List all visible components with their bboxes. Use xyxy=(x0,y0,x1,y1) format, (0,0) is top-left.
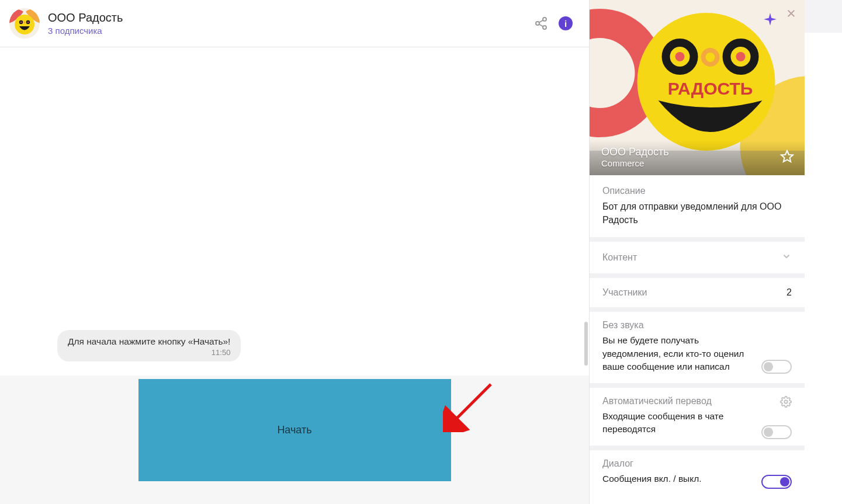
mute-toggle[interactable] xyxy=(761,360,792,374)
svg-point-10 xyxy=(543,26,546,29)
svg-point-2 xyxy=(15,15,34,34)
chat-title: ООО Радость xyxy=(48,11,526,25)
svg-point-7 xyxy=(23,22,25,23)
sparkle-icon xyxy=(763,12,778,29)
svg-point-8 xyxy=(543,18,546,21)
description-label: Описание xyxy=(602,186,792,196)
header-actions: i xyxy=(534,16,573,30)
message-time: 11:50 xyxy=(68,348,230,357)
section-mute: Без звука Вы не будете получать уведомле… xyxy=(590,312,805,387)
section-content[interactable]: Контент xyxy=(590,242,805,278)
section-translate: Автоматический перевод Входящие сообщени… xyxy=(590,388,805,450)
participants-label: Участники xyxy=(602,287,647,298)
info-icon[interactable]: i xyxy=(559,16,573,30)
svg-point-5 xyxy=(20,22,22,23)
dialog-toggle[interactable] xyxy=(761,475,792,489)
mute-label: Без звука xyxy=(602,320,792,331)
description-text: Бот для отправки уведомлений для ООО Рад… xyxy=(602,200,792,227)
avatar[interactable] xyxy=(9,8,40,39)
message-text: Для начала нажмите кнопку «Начать»! xyxy=(68,336,230,347)
translate-label: Автоматический перевод xyxy=(602,396,712,406)
close-icon[interactable] xyxy=(786,8,796,19)
bot-message: Для начала нажмите кнопку «Начать»! 11:5… xyxy=(57,330,241,362)
panel-title: ООО Радость xyxy=(601,146,793,158)
chat-main: ООО Радость 3 подписчика i Для начала на… xyxy=(0,0,589,504)
participants-count: 2 xyxy=(786,287,792,298)
chevron-down-icon xyxy=(781,251,792,264)
svg-point-29 xyxy=(784,400,787,403)
hero-overlay: ООО Радость Commerce xyxy=(590,140,805,175)
panel-category: Commerce xyxy=(601,158,793,168)
content-label: Контент xyxy=(602,252,637,263)
section-description: Описание Бот для отправки уведомлений дл… xyxy=(590,175,805,242)
outer-chrome xyxy=(805,0,842,33)
section-dialog: Диалог Сообщения вкл. / выкл. xyxy=(590,450,805,495)
svg-marker-28 xyxy=(781,151,793,162)
svg-point-22 xyxy=(736,52,746,61)
start-button[interactable]: Начать xyxy=(138,379,451,481)
svg-point-9 xyxy=(536,22,539,25)
start-area: Начать xyxy=(0,376,589,504)
scrollbar[interactable] xyxy=(584,322,588,366)
chat-body: Для начала нажмите кнопку «Начать»! 11:5… xyxy=(0,47,589,504)
share-icon[interactable] xyxy=(534,16,548,30)
header-text: ООО Радость 3 подписчика xyxy=(48,11,526,36)
svg-point-21 xyxy=(675,52,685,61)
translate-toggle[interactable] xyxy=(761,425,792,439)
svg-line-12 xyxy=(539,25,543,27)
svg-text:РАДОСТЬ: РАДОСТЬ xyxy=(668,79,753,98)
star-icon[interactable] xyxy=(780,150,794,164)
svg-line-11 xyxy=(539,20,543,23)
chat-subscribers[interactable]: 3 подписчика xyxy=(48,26,526,36)
chat-header: ООО Радость 3 подписчика i xyxy=(0,0,589,47)
svg-point-6 xyxy=(27,22,29,23)
info-panel: РАДОСТЬ ООО Радость Commerce Описание Бо… xyxy=(589,0,805,504)
panel-hero: РАДОСТЬ ООО Радость Commerce xyxy=(590,0,805,175)
gear-icon[interactable] xyxy=(780,396,792,410)
section-participants[interactable]: Участники 2 xyxy=(590,278,805,312)
dialog-label: Диалог xyxy=(602,458,792,469)
